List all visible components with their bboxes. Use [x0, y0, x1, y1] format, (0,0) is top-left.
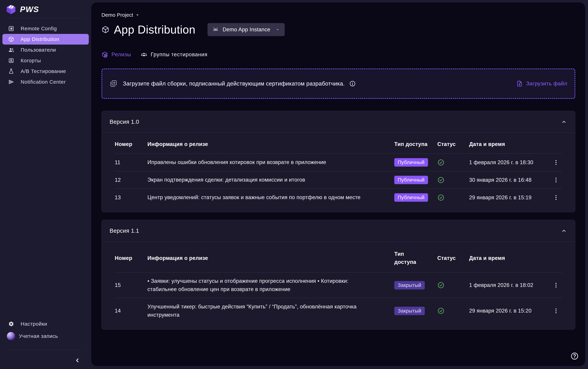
- sidebar-item-settings[interactable]: Настройки: [2, 318, 89, 330]
- access-type-badge: Публичный: [394, 158, 428, 167]
- chevron-up-icon: [561, 119, 567, 125]
- sidebar-item-account[interactable]: Учетная запись: [2, 330, 89, 343]
- info-icon[interactable]: [349, 80, 356, 87]
- sidebar-item-remote-config[interactable]: Remote Config: [2, 23, 89, 34]
- table-header-row: Номер Информация о релизе Тип доступа Ст…: [115, 242, 562, 272]
- sidebar-item-users[interactable]: Пользователи: [2, 45, 89, 55]
- tab-label: Группы тестирования: [151, 51, 208, 58]
- remote-config-icon: [8, 26, 14, 31]
- release-datetime: 1 февраля 2026 г. в 18:02: [469, 282, 550, 288]
- version-group-card: Версия 1.0 Номер Информация о релизе Тип…: [101, 111, 575, 212]
- status-check-icon: [437, 176, 469, 184]
- release-info: • Заявки: улучшены статусы и отображение…: [148, 277, 394, 293]
- sidebar-item-label: App Distribution: [21, 36, 59, 42]
- sidebar-item-notification-center[interactable]: Notification Center: [2, 77, 89, 87]
- col-header-status: Статус: [437, 255, 469, 261]
- release-info: Экран подтверждения сделки: детализация …: [148, 176, 394, 184]
- releases-table: Номер Информация о релизе Тип доступа Ст…: [102, 133, 575, 212]
- col-header-info: Информация о релизе: [148, 141, 394, 147]
- users-icon: [8, 47, 14, 53]
- sidebar-collapse-button[interactable]: [74, 357, 81, 364]
- chevron-left-icon: [74, 357, 81, 364]
- sidebar: PWS Remote Config App Distribution Польз…: [0, 0, 91, 369]
- row-menu-button[interactable]: [553, 282, 559, 289]
- avatar: [7, 332, 15, 340]
- tab-bar: Релизы Группы тестирования: [101, 51, 575, 58]
- release-number: 15: [115, 282, 148, 288]
- col-header-access: Тип доступа: [394, 141, 437, 147]
- library-add-icon: [110, 80, 117, 88]
- sidebar-item-label: Remote Config: [21, 26, 57, 31]
- sidebar-item-label: Учетная запись: [19, 333, 58, 339]
- col-header-number: Номер: [115, 141, 148, 147]
- release-info: Центр уведомлений: статусы заявок и важн…: [148, 193, 394, 202]
- row-menu-button[interactable]: [553, 308, 559, 314]
- sidebar-item-label: Когорты: [21, 58, 41, 63]
- more-vert-icon: [553, 308, 559, 314]
- android-icon: [212, 26, 219, 33]
- sidebar-item-label: Notification Center: [21, 79, 66, 85]
- release-row: 12 Экран подтверждения сделки: детализац…: [115, 171, 562, 189]
- cohorts-portrait-icon: [8, 58, 14, 63]
- more-vert-icon: [553, 159, 559, 166]
- tab-test-groups[interactable]: Группы тестирования: [141, 51, 208, 58]
- collapse-group-button[interactable]: [561, 119, 567, 125]
- page-header: App Distribution Demo App Instance: [101, 23, 575, 36]
- collapse-group-button[interactable]: [561, 227, 567, 234]
- project-selector-label: Demo Project: [101, 12, 133, 18]
- release-datetime: 29 января 2026 г. в 15:20: [469, 308, 550, 314]
- flask-icon: [8, 68, 14, 74]
- app-distribution-cube-icon: [8, 36, 14, 42]
- status-check-icon: [437, 194, 469, 201]
- tab-label: Релизы: [111, 51, 131, 58]
- logo-text: PWS: [20, 5, 39, 14]
- sidebar-footer: Настройки Учетная запись: [0, 318, 91, 369]
- release-row: 15 • Заявки: улучшены статусы и отображе…: [115, 272, 562, 298]
- help-button[interactable]: [570, 352, 579, 360]
- access-type-badge: Закрытый: [394, 307, 425, 315]
- pws-logo-icon: [6, 4, 16, 14]
- version-group-header[interactable]: Версия 1.1: [102, 220, 575, 242]
- main-panel: Demo Project App Distribution Demo App I…: [91, 2, 585, 366]
- status-check-icon: [437, 159, 469, 166]
- release-number: 14: [115, 308, 148, 314]
- page-title: App Distribution: [114, 23, 195, 36]
- app-instance-label: Demo App Instance: [223, 27, 270, 33]
- row-menu-button[interactable]: [553, 194, 559, 201]
- col-header-datetime: Дата и время: [469, 141, 550, 147]
- app-root: { "theme": { "sidebar_bg": "#1d1b30", "p…: [0, 0, 588, 369]
- status-check-icon: [437, 307, 469, 314]
- access-type-badge: Публичный: [394, 193, 428, 202]
- col-header-status: Статус: [437, 141, 469, 147]
- groups-icon: [141, 51, 147, 58]
- more-vert-icon: [553, 194, 559, 201]
- version-group-header[interactable]: Версия 1.0: [102, 111, 575, 133]
- tab-releases[interactable]: Релизы: [101, 51, 131, 58]
- sidebar-item-app-distribution[interactable]: App Distribution: [2, 34, 89, 45]
- release-info: Улучшенный тикер: быстрые действия “Купи…: [148, 303, 394, 319]
- table-header-row: Номер Информация о релизе Тип доступа Ст…: [115, 133, 562, 154]
- upload-file-icon: [516, 80, 523, 87]
- project-selector[interactable]: Demo Project: [101, 12, 140, 18]
- release-row: 11 Иправлены ошибки обновления котировок…: [115, 154, 562, 171]
- col-header-datetime: Дата и время: [469, 255, 550, 261]
- release-number: 12: [115, 177, 148, 183]
- access-type-badge: Публичный: [394, 176, 428, 184]
- release-cube-download-icon: [101, 51, 108, 58]
- row-menu-button[interactable]: [553, 159, 559, 166]
- release-row: 13 Центр уведомлений: статусы заявок и в…: [115, 189, 562, 206]
- sidebar-item-ab-testing[interactable]: A/B Тестирование: [2, 66, 89, 77]
- upload-message: Загрузите файл сборки, подписанный дейст…: [123, 80, 345, 87]
- col-header-info: Информация о релизе: [148, 255, 394, 261]
- upload-file-button[interactable]: Загрузить файл: [516, 80, 567, 87]
- row-menu-button[interactable]: [553, 177, 559, 184]
- version-group-card: Версия 1.1 Номер Информация о релизе Тип…: [101, 220, 575, 330]
- more-vert-icon: [553, 177, 559, 184]
- sidebar-item-cohorts[interactable]: Когорты: [2, 55, 89, 66]
- release-number: 11: [115, 159, 148, 165]
- sidebar-item-label: Настройки: [21, 321, 47, 327]
- app-instance-selector[interactable]: Demo App Instance: [208, 23, 285, 36]
- sidebar-nav: Remote Config App Distribution Пользоват…: [0, 18, 91, 87]
- upload-dropzone[interactable]: Загрузите файл сборки, подписанный дейст…: [101, 69, 575, 99]
- version-group-title: Версия 1.1: [110, 227, 139, 234]
